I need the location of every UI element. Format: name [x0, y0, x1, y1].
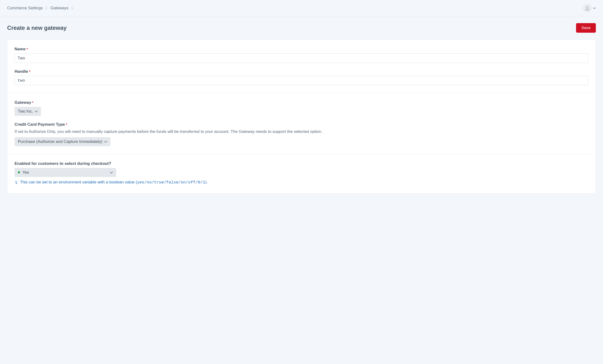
field-name: Name* — [14, 47, 589, 63]
form-panel: Name* Handle* Gateway* Two Inc. — [7, 39, 596, 194]
handle-label-text: Handle — [14, 69, 28, 74]
save-button[interactable]: Save — [576, 23, 596, 33]
enabled-label: Enabled for customers to select during c… — [14, 161, 589, 166]
name-label-text: Name — [14, 47, 25, 51]
status-dot-icon — [18, 171, 20, 173]
handle-label: Handle* — [14, 69, 589, 74]
field-gateway: Gateway* Two Inc. — [14, 100, 589, 116]
enabled-select-value: Yes — [23, 170, 29, 175]
field-handle: Handle* — [14, 69, 589, 85]
required-icon: * — [32, 101, 33, 105]
section-enabled: Enabled for customers to select during c… — [7, 154, 596, 193]
field-payment-type: Credit Card Payment Type* If set to Auth… — [14, 122, 589, 146]
gateway-select[interactable]: Two Inc. — [14, 107, 41, 116]
chevron-down-icon — [104, 139, 107, 144]
payment-type-help: If set to Authorize Only, you will need … — [14, 129, 589, 135]
user-menu[interactable] — [583, 4, 596, 12]
breadcrumb-commerce-settings[interactable]: Commerce Settings — [7, 6, 43, 11]
tip-code: yes/no/true/false/on/off/0/1 — [137, 180, 205, 185]
title-row: Create a new gateway Save — [7, 23, 596, 33]
chevron-right-icon — [46, 7, 47, 10]
payment-type-label-text: Credit Card Payment Type — [14, 122, 65, 127]
chevron-down-icon — [110, 170, 113, 175]
page-title: Create a new gateway — [7, 24, 67, 31]
svg-point-0 — [586, 6, 589, 8]
chevron-right-icon — [71, 7, 73, 10]
lightbulb-icon — [14, 180, 18, 186]
tip-prefix: This can be set to an environment variab… — [20, 180, 137, 184]
chevron-down-icon — [593, 6, 596, 11]
required-icon: * — [26, 47, 28, 51]
section-gateway: Gateway* Two Inc. Credit Card Payment Ty… — [7, 93, 596, 154]
payment-type-select-value: Purchase (Authorize and Capture Immediat… — [18, 139, 102, 144]
avatar — [583, 4, 591, 12]
gateway-label-text: Gateway — [14, 100, 31, 105]
breadcrumb: Commerce Settings Gateways — [7, 6, 73, 11]
breadcrumb-gateways[interactable]: Gateways — [50, 6, 69, 11]
handle-input[interactable] — [14, 76, 589, 85]
gateway-select-value: Two Inc. — [18, 109, 33, 114]
required-icon: * — [66, 123, 67, 126]
tip-suffix: ). — [205, 180, 208, 184]
enabled-tip-text: This can be set to an environment variab… — [20, 180, 208, 185]
main-content: Create a new gateway Save Name* Handle* … — [0, 16, 603, 203]
name-input[interactable] — [14, 53, 589, 63]
app-header: Commerce Settings Gateways — [0, 0, 603, 16]
gateway-label: Gateway* — [14, 100, 589, 105]
section-basic: Name* Handle* — [7, 40, 596, 93]
field-enabled: Enabled for customers to select during c… — [14, 161, 589, 186]
chevron-down-icon — [35, 109, 38, 114]
name-label: Name* — [14, 47, 589, 51]
required-icon: * — [29, 70, 30, 73]
payment-type-select[interactable]: Purchase (Authorize and Capture Immediat… — [14, 137, 110, 146]
payment-type-label: Credit Card Payment Type* — [14, 122, 589, 127]
enabled-select[interactable]: Yes — [14, 168, 116, 177]
enabled-tip: This can be set to an environment variab… — [14, 180, 589, 186]
